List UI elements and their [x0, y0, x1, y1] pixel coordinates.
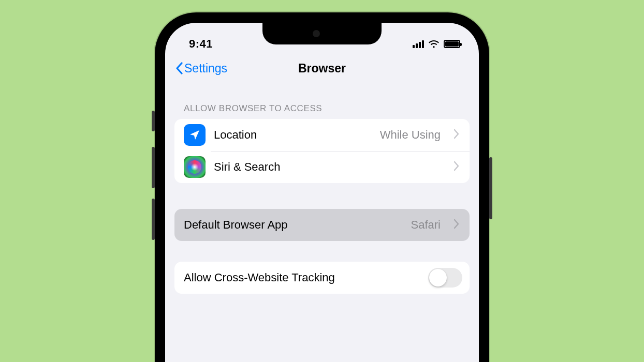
back-label: Settings [184, 62, 227, 76]
row-detail: While Using [380, 128, 441, 142]
battery-icon [444, 40, 460, 48]
group-tracking: Allow Cross-Website Tracking [174, 262, 470, 294]
status-time: 9:41 [189, 37, 213, 51]
nav-bar: Settings Browser [165, 54, 479, 81]
row-detail: Safari [411, 218, 441, 232]
row-label: Siri & Search [214, 160, 441, 174]
notch [262, 23, 382, 44]
group-access: Location While Using Siri & Search [174, 119, 470, 183]
row-label: Default Browser App [184, 218, 403, 232]
page-title: Browser [298, 62, 346, 75]
tracking-toggle[interactable] [428, 268, 462, 288]
back-button[interactable]: Settings [174, 61, 227, 76]
status-indicators [413, 40, 460, 48]
chevron-left-icon [174, 61, 183, 76]
location-icon [184, 124, 206, 146]
chevron-right-icon [454, 129, 460, 141]
row-label: Location [214, 128, 372, 142]
volume-up-button [152, 147, 155, 188]
row-siri-search[interactable]: Siri & Search [174, 151, 470, 183]
mute-switch [152, 111, 155, 131]
row-cross-site-tracking[interactable]: Allow Cross-Website Tracking [174, 262, 470, 294]
phone-frame: 9:41 [155, 12, 489, 362]
section-header-access: Allow Browser to Access [174, 81, 470, 119]
chevron-right-icon [454, 161, 460, 173]
row-label: Allow Cross-Website Tracking [184, 271, 420, 284]
row-default-browser[interactable]: Default Browser App Safari [174, 209, 470, 241]
screen: 9:41 [165, 23, 479, 362]
toggle-knob [429, 269, 447, 286]
volume-down-button [152, 199, 155, 240]
power-button [489, 157, 492, 219]
siri-icon [184, 156, 206, 178]
chevron-right-icon [454, 219, 460, 231]
wifi-icon [428, 40, 440, 48]
cellular-signal-icon [413, 40, 424, 48]
group-default-browser: Default Browser App Safari [174, 209, 470, 241]
row-location[interactable]: Location While Using [174, 119, 470, 151]
